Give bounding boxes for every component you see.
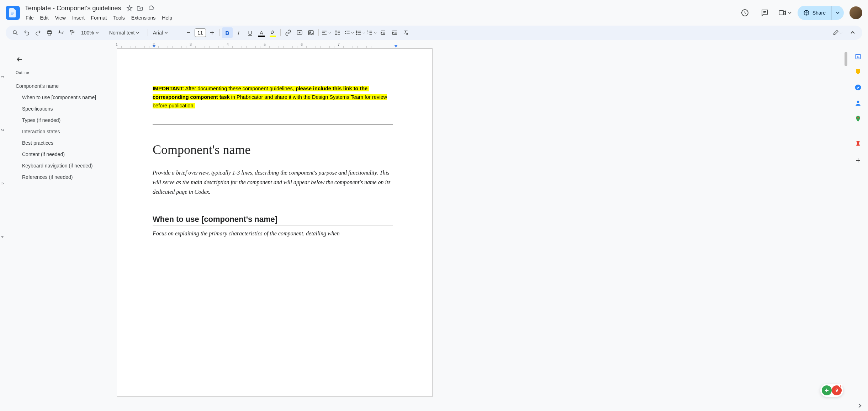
- outline-back-icon[interactable]: [16, 55, 105, 63]
- scrollbar-thumb[interactable]: [845, 52, 847, 66]
- indent-right-marker[interactable]: [394, 45, 398, 48]
- important-note: IMPORTANT: After documenting these compo…: [153, 84, 393, 110]
- globe-icon: [803, 10, 810, 16]
- italic-button[interactable]: I: [233, 27, 244, 38]
- separator: [104, 29, 104, 36]
- contacts-icon[interactable]: [854, 100, 862, 107]
- get-addons-icon[interactable]: +: [856, 155, 861, 165]
- body-paragraph: Focus on explaining the primary characte…: [153, 229, 393, 238]
- menubar: File Edit View Insert Format Tools Exten…: [23, 14, 738, 22]
- outline-item[interactable]: Types (if needed): [16, 114, 105, 126]
- outline-item[interactable]: Component's name: [16, 80, 105, 92]
- insert-image-icon[interactable]: [306, 27, 316, 38]
- document-title[interactable]: Template - Componet's guidelines: [23, 4, 123, 13]
- collapse-toolbar-button[interactable]: [847, 27, 858, 38]
- explore-plus-icon: [822, 385, 832, 395]
- search-icon[interactable]: [10, 27, 21, 38]
- paint-format-icon[interactable]: [67, 27, 78, 38]
- calendar-icon[interactable]: 31: [854, 53, 862, 60]
- keep-icon[interactable]: [854, 68, 862, 75]
- outline-item[interactable]: Specifications: [16, 103, 105, 114]
- history-icon[interactable]: [738, 6, 752, 20]
- outline-item[interactable]: Content (if needed): [16, 149, 105, 160]
- menu-file[interactable]: File: [23, 14, 37, 22]
- share-button[interactable]: Share: [798, 6, 844, 20]
- move-icon[interactable]: [137, 5, 143, 11]
- ruler-number: 7: [338, 43, 340, 47]
- align-button[interactable]: [321, 27, 332, 38]
- svg-rect-13: [70, 30, 73, 32]
- numbered-list-button[interactable]: 12: [366, 27, 377, 38]
- svg-rect-0: [11, 12, 14, 12]
- tasks-icon[interactable]: [854, 84, 862, 91]
- menu-view[interactable]: View: [52, 14, 69, 22]
- underline-button[interactable]: U: [245, 27, 255, 38]
- paragraph-style-select[interactable]: Normal text: [106, 30, 145, 36]
- print-icon[interactable]: [44, 27, 55, 38]
- checklist-button[interactable]: [344, 27, 354, 38]
- addon-icon[interactable]: [854, 140, 862, 147]
- outline-item[interactable]: Interaction states: [16, 126, 105, 137]
- meet-button[interactable]: [778, 6, 792, 20]
- page: IMPORTANT: After documenting these compo…: [117, 48, 433, 397]
- cloud-status-icon[interactable]: [148, 5, 155, 11]
- menu-insert[interactable]: Insert: [69, 14, 88, 22]
- docs-logo[interactable]: [6, 6, 20, 20]
- insert-link-icon[interactable]: [283, 27, 293, 38]
- outline-item[interactable]: Keyboard navigation (if needed): [16, 160, 105, 171]
- outline-item[interactable]: Best practices: [16, 137, 105, 149]
- redo-icon[interactable]: [33, 27, 43, 38]
- comments-icon[interactable]: [758, 6, 772, 20]
- outline-item[interactable]: References (if needed): [16, 171, 105, 183]
- horizontal-ruler[interactable]: 1234567: [0, 43, 868, 48]
- line-spacing-button[interactable]: [332, 27, 343, 38]
- star-icon[interactable]: [126, 5, 133, 11]
- menu-edit[interactable]: Edit: [37, 14, 52, 22]
- menu-format[interactable]: Format: [88, 14, 110, 22]
- separator: [854, 131, 862, 131]
- heading-component-name: Component's name: [153, 142, 393, 157]
- share-label: Share: [813, 10, 826, 16]
- document-canvas[interactable]: IMPORTANT: After documenting these compo…: [114, 48, 848, 411]
- separator: [219, 29, 220, 36]
- notification-count: 9: [832, 385, 842, 395]
- outline-title: Outline: [16, 70, 105, 75]
- separator: [845, 29, 845, 36]
- font-size-input[interactable]: [195, 28, 206, 37]
- text-cursor: [369, 86, 369, 92]
- add-comment-icon[interactable]: [294, 27, 305, 38]
- maps-icon[interactable]: [854, 115, 862, 122]
- zoom-select[interactable]: 100%: [78, 30, 102, 36]
- clear-formatting-button[interactable]: [401, 27, 411, 38]
- menu-help[interactable]: Help: [159, 14, 175, 22]
- text-color-button[interactable]: A: [256, 27, 267, 38]
- editing-mode-button[interactable]: [832, 27, 843, 38]
- explore-badge[interactable]: 9: [820, 384, 843, 397]
- decrease-indent-button[interactable]: [378, 27, 388, 38]
- share-dropdown[interactable]: [831, 6, 844, 20]
- increase-indent-button[interactable]: [389, 27, 400, 38]
- svg-point-49: [857, 117, 859, 118]
- bold-button[interactable]: B: [222, 27, 233, 38]
- ruler-number: 1: [0, 76, 4, 78]
- ruler-number: 2: [153, 43, 155, 47]
- bulleted-list-button[interactable]: [355, 27, 366, 38]
- menu-tools[interactable]: Tools: [110, 14, 128, 22]
- menu-extensions[interactable]: Extensions: [128, 14, 158, 22]
- undo-icon[interactable]: [21, 27, 32, 38]
- show-side-panel-icon[interactable]: [857, 403, 862, 408]
- font-size-increase[interactable]: [207, 27, 217, 38]
- ruler-number: 2: [0, 129, 4, 131]
- vertical-ruler[interactable]: 1234: [0, 48, 7, 411]
- font-select[interactable]: Arial: [150, 30, 179, 36]
- font-size-decrease[interactable]: [183, 27, 194, 38]
- spellcheck-icon[interactable]: [55, 27, 66, 38]
- svg-point-26: [356, 32, 357, 33]
- user-avatar[interactable]: [850, 6, 862, 19]
- outline-sidebar: Outline Component's nameWhen to use [com…: [7, 48, 114, 411]
- highlight-color-button[interactable]: [268, 27, 278, 38]
- outline-item[interactable]: When to use [component's name]: [16, 92, 105, 103]
- svg-point-8: [13, 31, 16, 34]
- side-panel: 31 +: [848, 48, 868, 411]
- svg-point-25: [356, 31, 357, 31]
